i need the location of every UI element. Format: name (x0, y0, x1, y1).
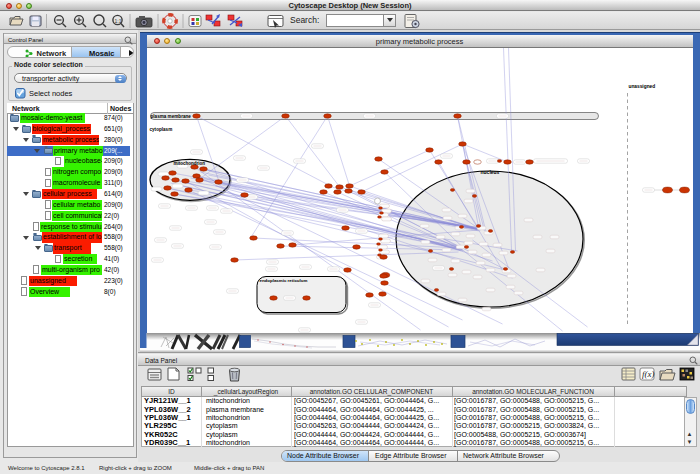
svg-text:endoplasmic reticulum: endoplasmic reticulum (259, 278, 307, 283)
svg-text:1:1: 1:1 (115, 18, 122, 24)
svg-text:nucleus: nucleus (480, 169, 499, 175)
svg-text:unassigned: unassigned (628, 84, 655, 89)
svg-text:f(x): f(x) (642, 369, 655, 379)
svg-text:plasma membrane: plasma membrane (150, 114, 191, 119)
svg-text:cytoplasm: cytoplasm (149, 127, 172, 132)
svg-text:mitochondrion: mitochondrion (173, 161, 205, 166)
